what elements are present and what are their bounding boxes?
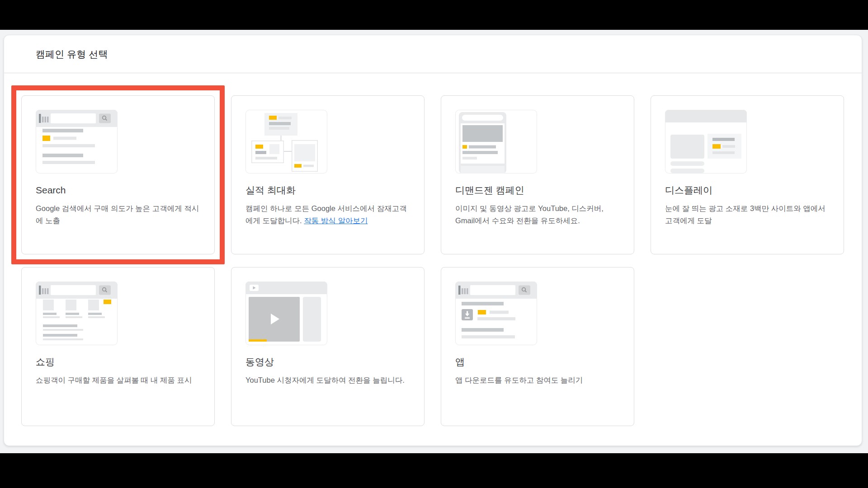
mock-search-button (519, 286, 530, 295)
ad-badge (294, 164, 302, 168)
card-video[interactable]: 동영상 YouTube 시청자에게 도달하여 전환을 늘립니다. (231, 267, 425, 426)
card-title: 실적 최대화 (245, 184, 410, 197)
video-illustration (245, 282, 327, 345)
ad-badge (712, 144, 721, 149)
screen: 캠페인 유형 선택 (0, 0, 868, 488)
card-title: 앱 (455, 356, 620, 368)
card-app[interactable]: 앱 앱 다운로드를 유도하고 참여도 늘리기 (441, 267, 634, 426)
mock-search-input (51, 113, 96, 123)
mock-search-input (470, 285, 515, 295)
ad-badge (478, 310, 486, 314)
campaign-type-grid: Search Google 검색에서 구매 의도가 높은 고객에게 적시에 노출 (4, 73, 862, 447)
search-illustration (36, 110, 118, 174)
page-title: 캠페인 유형 선택 (36, 48, 108, 61)
download-icon (462, 309, 473, 320)
progress-bar (249, 339, 267, 342)
card-title: 동영상 (245, 356, 410, 368)
campaign-type-panel: 캠페인 유형 선택 (4, 35, 862, 446)
learn-more-link[interactable]: 작동 방식 알아보기 (304, 216, 368, 225)
ad-badge (462, 145, 467, 149)
card-description: YouTube 시청자에게 도달하여 전환을 늘립니다. (245, 374, 410, 386)
card-description: Google 검색에서 구매 의도가 높은 고객에게 적시에 노출 (36, 202, 200, 227)
card-search[interactable]: Search Google 검색에서 구매 의도가 높은 고객에게 적시에 노출 (21, 95, 215, 254)
card-performance-max[interactable]: 실적 최대화 캠페인 하나로 모든 Google 서비스에서 잠재고객에게 도달… (231, 95, 425, 254)
card-title: 디스플레이 (665, 184, 830, 197)
mock-search-input (51, 285, 96, 295)
mock-search-button (99, 286, 111, 295)
shopping-illustration (36, 282, 118, 345)
card-title: 쇼핑 (36, 356, 200, 368)
mock-search-button (99, 114, 111, 123)
performance-max-illustration (245, 110, 327, 174)
display-illustration (665, 110, 747, 174)
card-shopping[interactable]: 쇼핑 쇼핑객이 구매할 제품을 살펴볼 때 내 제품 표시 (21, 267, 215, 426)
page-background: 캠페인 유형 선택 (0, 30, 868, 453)
card-description: 쇼핑객이 구매할 제품을 살펴볼 때 내 제품 표시 (36, 374, 200, 386)
video-site-logo-icon (250, 285, 259, 291)
card-description: 캠페인 하나로 모든 Google 서비스에서 잠재고객에게 도달합니다. 작동… (245, 202, 410, 227)
card-title: Search (36, 184, 200, 197)
app-illustration (455, 282, 537, 345)
card-demand-gen[interactable]: 디맨드젠 캠페인 이미지 및 동영상 광고로 YouTube, 디스커버, Gm… (441, 95, 634, 254)
card-title: 디맨드젠 캠페인 (455, 184, 620, 197)
ad-badge (255, 145, 263, 149)
card-description: 눈에 잘 띄는 광고 소재로 3백만 사이트와 앱에서 고객에게 도달 (665, 202, 830, 227)
ad-badge (42, 136, 50, 141)
ad-badge (269, 116, 277, 120)
ad-badge (104, 300, 111, 304)
panel-header: 캠페인 유형 선택 (4, 35, 862, 73)
card-display[interactable]: 디스플레이 눈에 잘 띄는 광고 소재로 3백만 사이트와 앱에서 고객에게 도… (651, 95, 844, 254)
demand-gen-illustration (455, 110, 537, 174)
card-description: 이미지 및 동영상 광고로 YouTube, 디스커버, Gmail에서 수요와… (455, 202, 620, 227)
card-description: 앱 다운로드를 유도하고 참여도 늘리기 (455, 374, 620, 386)
